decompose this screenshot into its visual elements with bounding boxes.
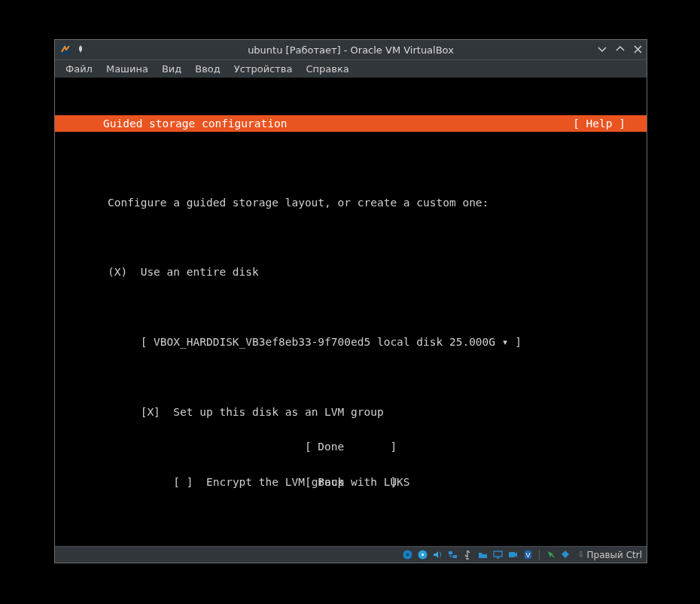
disk-selector[interactable]: [ VBOX_HARDDISK_VB3ef8eb33-9f700ed5 loca…: [55, 337, 647, 349]
svg-rect-8: [497, 557, 499, 559]
back-button[interactable]: [ Back ]: [55, 477, 647, 489]
svg-point-4: [422, 554, 424, 556]
hostkey-label: Правый Ctrl: [586, 550, 642, 560]
footer-buttons: [ Done ] [ Back ]: [55, 419, 647, 511]
menu-file[interactable]: Файл: [59, 62, 99, 76]
pin-icon[interactable]: [76, 44, 85, 56]
recording-icon[interactable]: [507, 548, 519, 561]
keyboard-captured-icon[interactable]: [559, 548, 572, 561]
window-title: ubuntu [Работает] - Oracle VM VirtualBox: [55, 44, 647, 56]
menubar: Файл Машина Вид Ввод Устройства Справка: [55, 59, 647, 78]
svg-rect-9: [509, 552, 515, 557]
app-icon: [59, 44, 72, 56]
display-icon[interactable]: [492, 548, 504, 561]
host-key-indicator[interactable]: ⇩ Правый Ctrl: [577, 550, 642, 560]
installer-header: Guided storage configuration [ Help ]: [55, 115, 647, 132]
vm-display[interactable]: Guided storage configuration [ Help ] Co…: [55, 78, 647, 546]
menu-input[interactable]: Ввод: [189, 62, 227, 76]
intro-text: Configure a guided storage layout, or cr…: [55, 197, 647, 209]
menu-view[interactable]: Вид: [156, 62, 187, 76]
minimize-button[interactable]: [598, 44, 607, 56]
svg-rect-7: [494, 551, 502, 557]
done-button[interactable]: [ Done ]: [55, 441, 647, 453]
features-icon[interactable]: V: [522, 548, 534, 561]
radio-entire-disk[interactable]: (X) Use an entire disk: [55, 267, 647, 279]
audio-icon[interactable]: [431, 548, 444, 561]
menu-machine[interactable]: Машина: [100, 62, 154, 76]
window-titlebar: ubuntu [Работает] - Oracle VM VirtualBox: [55, 40, 647, 59]
usb-icon[interactable]: [461, 548, 474, 561]
svg-text:V: V: [526, 551, 531, 559]
help-button[interactable]: [ Help ]: [573, 118, 625, 130]
network-icon[interactable]: [446, 548, 459, 561]
virtualbox-window: ubuntu [Работает] - Oracle VM VirtualBox…: [54, 39, 647, 563]
menu-devices[interactable]: Устройства: [228, 62, 299, 76]
mouse-integration-icon[interactable]: [544, 548, 557, 561]
statusbar: V ⇩ Правый Ctrl: [55, 546, 647, 563]
svg-rect-5: [449, 551, 452, 554]
header-title: Guided storage configuration: [103, 118, 287, 130]
close-button[interactable]: [634, 44, 642, 56]
optical-icon[interactable]: [416, 548, 429, 561]
menu-help[interactable]: Справка: [300, 62, 355, 76]
hdd-icon[interactable]: [401, 548, 414, 561]
hostkey-arrow-icon: ⇩: [577, 550, 584, 560]
maximize-button[interactable]: [616, 44, 625, 56]
svg-point-2: [406, 554, 409, 557]
lvm-checkbox[interactable]: [X] Set up this disk as an LVM group: [55, 407, 647, 419]
shared-folder-icon[interactable]: [476, 548, 489, 561]
